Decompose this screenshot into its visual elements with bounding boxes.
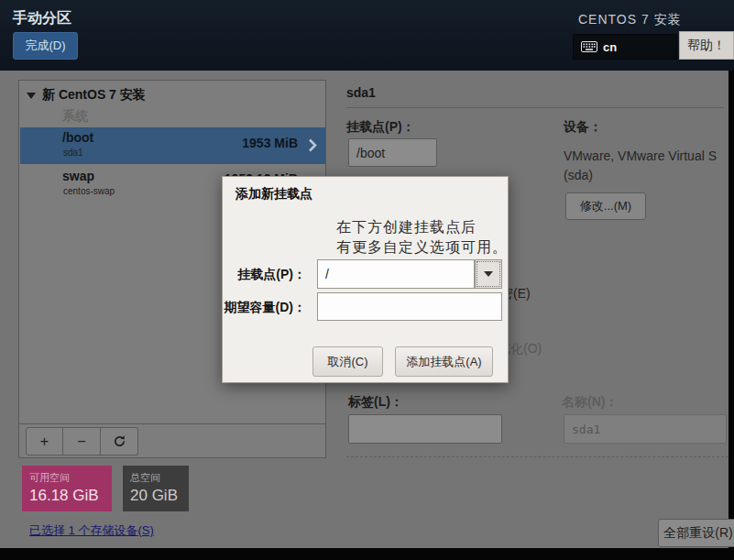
dialog-add-mount-point-button[interactable]: 添加挂载点(A) <box>395 346 493 377</box>
device-field-label: 设备： <box>564 119 602 136</box>
modify-device-button[interactable]: 修改...(M) <box>565 192 646 220</box>
total-space-label: 总空间 <box>130 471 181 485</box>
selected-partition-title: sda1 <box>346 85 376 100</box>
dialog-description-line1: 在下方创建挂载点后 <box>336 217 508 237</box>
install-tree-label: 新 CentOS 7 安装 <box>42 87 146 104</box>
refresh-button[interactable] <box>101 427 138 456</box>
label-input[interactable] <box>348 414 502 444</box>
device-value: VMware, VMware Virtual S (sda) <box>564 147 730 185</box>
name-field-label: 名称(N)： <box>562 394 618 411</box>
dialog-mount-point-input[interactable] <box>317 259 475 289</box>
chevron-right-icon <box>308 137 317 157</box>
mount-point-field-label: 挂载点(P)： <box>346 119 415 136</box>
selected-storage-devices-link[interactable]: 已选择 1 个存储设备(S) <box>29 522 154 539</box>
dropdown-arrow-icon <box>484 271 493 277</box>
device-name-label: sda1 <box>63 148 83 158</box>
dialog-mount-point-dropdown-button[interactable] <box>475 259 502 289</box>
keyboard-layout-indicator[interactable]: cn <box>573 34 677 60</box>
dialog-title: 添加新挂载点 <box>236 186 312 203</box>
divider <box>346 107 724 108</box>
header-bar: 手动分区 完成(D) CENTOS 7 安装 cn 帮助！ <box>0 0 734 71</box>
window-edge <box>729 71 734 548</box>
partition-row-boot[interactable]: /boot sda1 1953 MiB <box>20 127 325 164</box>
partition-list-toolbar: + − <box>19 423 325 458</box>
total-space-value: 20 GiB <box>130 487 181 505</box>
label-field-label: 标签(L)： <box>348 394 403 411</box>
device-name-label: centos-swap <box>63 186 115 196</box>
dialog-capacity-label: 期望容量(D)： <box>123 300 306 316</box>
dashed-divider <box>346 456 729 457</box>
add-mount-point-dialog: 添加新挂载点 在下方创建挂载点后 有更多自定义选项可用。 挂载点(P)： 期望容… <box>222 176 509 383</box>
dialog-capacity-input[interactable] <box>317 292 502 321</box>
dialog-description-line2: 有更多自定义选项可用。 <box>336 237 508 258</box>
done-button[interactable]: 完成(D) <box>13 32 78 60</box>
total-space-box: 总空间 20 GiB <box>123 466 189 511</box>
install-tree-expander[interactable]: 新 CentOS 7 安装 <box>27 87 146 104</box>
partition-size-label: 1953 MiB <box>242 136 298 150</box>
mount-point-label: /boot <box>62 130 93 145</box>
dialog-mount-point-label: 挂载点(P)： <box>123 267 306 283</box>
window-edge <box>0 548 734 560</box>
page-title: 手动分区 <box>13 9 71 28</box>
help-button[interactable]: 帮助！ <box>679 31 734 60</box>
reset-all-button[interactable]: 全部重设(R) <box>658 519 734 547</box>
product-title: CENTOS 7 安装 <box>578 12 682 28</box>
keyboard-layout-code: cn <box>603 40 617 54</box>
expander-arrow-icon <box>27 93 36 99</box>
available-space-box: 可用空间 16.18 GiB <box>22 466 112 511</box>
dialog-cancel-button[interactable]: 取消(C) <box>312 346 383 377</box>
anaconda-installer-window: 手动分区 完成(D) CENTOS 7 安装 cn 帮助！ 新 CentOS 7… <box>0 0 734 560</box>
refresh-icon <box>113 434 126 448</box>
available-space-value: 16.18 GiB <box>29 487 104 505</box>
dialog-description: 在下方创建挂载点后 有更多自定义选项可用。 <box>336 217 508 258</box>
mount-point-input[interactable] <box>348 138 437 167</box>
mount-point-label: swap <box>62 169 94 183</box>
remove-partition-button[interactable]: − <box>63 427 101 456</box>
group-header-system: 系统 <box>62 108 88 125</box>
add-partition-button[interactable]: + <box>26 427 63 456</box>
name-input <box>564 414 727 444</box>
keyboard-icon <box>581 41 597 52</box>
available-space-label: 可用空间 <box>29 471 104 485</box>
